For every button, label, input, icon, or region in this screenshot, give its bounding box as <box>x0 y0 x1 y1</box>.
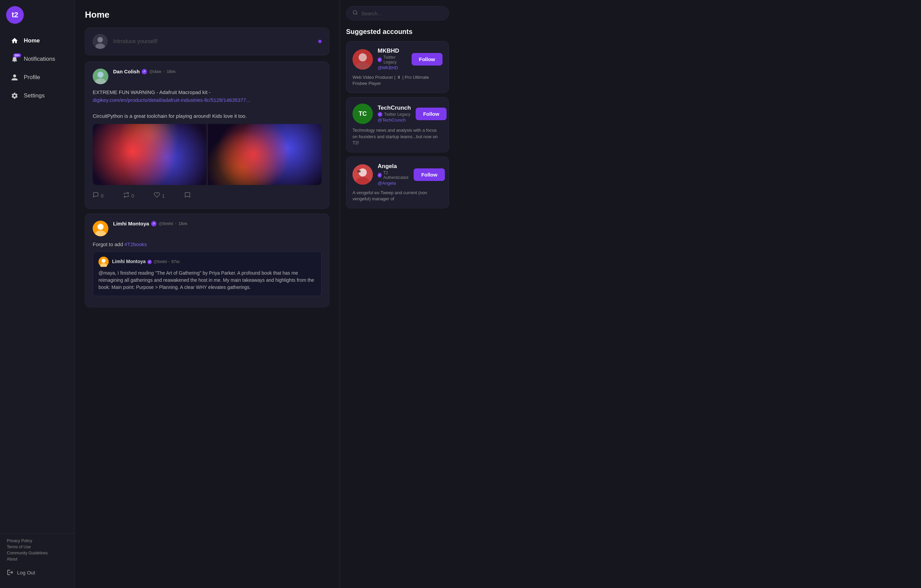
suggested-handle: @TechCrunch <box>378 117 411 123</box>
author-name: Limhi Montoya <box>113 221 149 226</box>
sidebar-nav: Home 20+ Notifications Profile Settings <box>0 31 74 533</box>
suggested-handle: @MKBHD <box>378 65 407 70</box>
post-author: Dan Colish ✓ @dan · 16m <box>113 68 322 74</box>
app-logo[interactable]: t2 <box>6 6 24 24</box>
svg-point-19 <box>359 168 367 177</box>
post-card: Dan Colish ✓ @dan · 16m EXTREME FUN WARN… <box>85 62 329 209</box>
suggested-badge: ✓ Twitter Legacy <box>378 112 411 117</box>
sidebar-label-profile: Profile <box>24 74 40 81</box>
post-card: Limhi Montoya ✓ @limhi · 16m Forgot to a… <box>85 214 329 307</box>
sidebar-item-profile[interactable]: Profile <box>3 68 71 86</box>
suggested-card-mkbhd: MKBHD ✓ Twitter Legacy @MKBHD Follow Web… <box>346 41 449 93</box>
quoted-meta: Limhi Montoya ✓ @limhi · 57m <box>112 258 180 265</box>
suggested-top: Angela ✓ T2 Authenticated @Angela Follow <box>353 163 443 187</box>
post-timestamp: 16m <box>167 69 176 74</box>
comment-action[interactable]: 0 <box>93 190 123 201</box>
post-meta: Limhi Montoya ✓ @limhi · 16m <box>113 221 322 226</box>
follow-button-mkbhd[interactable]: Follow <box>412 53 443 65</box>
footer-link-terms[interactable]: Terms of Use <box>7 544 68 549</box>
sidebar-label-home: Home <box>24 37 40 44</box>
sidebar: t2 Home 20+ Notifications Profile <box>0 0 75 588</box>
quoted-verified: ✓ <box>147 260 152 264</box>
suggested-info-mkbhd: MKBHD ✓ Twitter Legacy @MKBHD <box>378 47 407 71</box>
suggested-avatar-angela <box>353 164 373 185</box>
suggested-desc-mkbhd: Web Video Producer | ⏸ | Pro Ultimate Fr… <box>353 74 443 86</box>
post-time: · <box>175 221 177 226</box>
sidebar-label-settings: Settings <box>24 93 44 99</box>
sidebar-item-notifications[interactable]: 20+ Notifications <box>3 50 71 68</box>
suggested-badge: ✓ T2 Authenticated <box>378 171 409 180</box>
suggested-avatar-tc: TC <box>353 104 373 124</box>
footer-link-community[interactable]: Community Guidelines <box>7 551 68 556</box>
comment-count: 0 <box>101 193 104 198</box>
post-time: · <box>163 69 165 74</box>
repost-action[interactable]: 0 <box>123 190 154 201</box>
suggested-info-angela: Angela ✓ T2 Authenticated @Angela <box>378 163 409 187</box>
suggested-title: Suggested accounts <box>346 28 449 36</box>
logout-button[interactable]: Log Out <box>7 566 68 578</box>
post-link[interactable]: digikey.com/en/products/detail/adafruit-… <box>93 97 250 103</box>
compose-dot <box>318 40 322 43</box>
like-icon <box>154 192 160 200</box>
quoted-post: Limhi Montoya ✓ @limhi · 57m @maya, I fi… <box>93 252 322 296</box>
main-area: Home Introduce yourself! Dan Colish ✓ @d… <box>75 0 921 588</box>
compose-box[interactable]: Introduce yourself! <box>85 28 329 55</box>
search-icon <box>353 10 358 17</box>
feed: Home Introduce yourself! Dan Colish ✓ @d… <box>75 0 340 588</box>
svg-line-14 <box>356 14 357 15</box>
post-handle: @limhi <box>159 221 173 226</box>
post-text-extra: CircuitPython is a great toolchain for p… <box>93 113 247 119</box>
post-image-2 <box>208 124 322 185</box>
footer-link-about[interactable]: About <box>7 557 68 562</box>
post-timestamp: 16m <box>178 221 187 226</box>
verified-badge: ✓ <box>142 69 147 74</box>
follow-button-tc[interactable]: Follow <box>416 107 447 120</box>
badge-dot: ✓ <box>378 57 382 62</box>
search-input[interactable] <box>361 11 443 16</box>
suggested-name: TechCrunch <box>378 105 411 111</box>
logout-label: Log Out <box>17 570 35 575</box>
badge-label: T2 Authenticated <box>383 171 409 180</box>
badge-label: Twitter Legacy <box>383 55 407 65</box>
verified-badge: ✓ <box>151 221 156 226</box>
svg-point-8 <box>98 224 104 230</box>
post-actions: 0 0 1 <box>93 190 322 201</box>
suggested-card-tc: TC TechCrunch ✓ Twitter Legacy @TechCrun… <box>346 97 449 153</box>
compose-placeholder[interactable]: Introduce yourself! <box>113 38 313 44</box>
post-author: Limhi Montoya ✓ @limhi · 16m <box>113 221 322 226</box>
badge-dot: ✓ <box>378 173 382 177</box>
like-action[interactable]: 1 <box>154 190 184 201</box>
bookmark-action[interactable] <box>184 190 215 201</box>
repost-icon <box>123 192 129 200</box>
suggested-badge: ✓ Twitter Legacy <box>378 55 407 65</box>
post-text-main: Forgot to add <box>93 241 124 247</box>
bookmark-icon <box>184 192 190 200</box>
search-bar[interactable] <box>346 6 449 20</box>
sidebar-item-settings[interactable]: Settings <box>3 87 71 105</box>
suggested-name: Angela <box>378 163 409 170</box>
suggested-name: MKBHD <box>378 47 407 54</box>
footer-link-privacy[interactable]: Privacy Policy <box>7 538 68 543</box>
right-sidebar: Suggested accounts MKBHD ✓ Twitter Legac… <box>340 0 455 588</box>
sidebar-item-home[interactable]: Home <box>3 32 71 50</box>
suggested-desc-angela: A vengeful ex-Tweep and current (non ven… <box>353 190 443 202</box>
svg-point-4 <box>98 71 104 78</box>
post-body: Forgot to add #T2books Limhi Montoya ✓ @… <box>93 240 322 296</box>
post-body: EXTREME FUN WARNING - Adafruit Macropad … <box>93 88 322 120</box>
bell-icon: 20+ <box>10 55 19 63</box>
post-image-1 <box>93 124 207 185</box>
suggested-info-tc: TechCrunch ✓ Twitter Legacy @TechCrunch <box>378 105 411 123</box>
post-avatar <box>93 221 108 236</box>
post-avatar <box>93 68 108 84</box>
follow-button-angela[interactable]: Follow <box>413 168 445 181</box>
sidebar-footer: Privacy Policy Terms of Use Community Gu… <box>0 533 74 582</box>
quoted-body: @maya, I finished reading "The Art of Ga… <box>98 270 316 291</box>
svg-rect-21 <box>357 171 361 172</box>
post-hashtag[interactable]: #T2books <box>124 241 147 247</box>
repost-count: 0 <box>132 193 134 198</box>
post-images <box>93 124 322 185</box>
quoted-header: Limhi Montoya ✓ @limhi · 57m <box>98 257 316 267</box>
svg-point-11 <box>101 259 106 263</box>
user-avatar <box>93 34 107 49</box>
user-icon <box>10 73 19 82</box>
